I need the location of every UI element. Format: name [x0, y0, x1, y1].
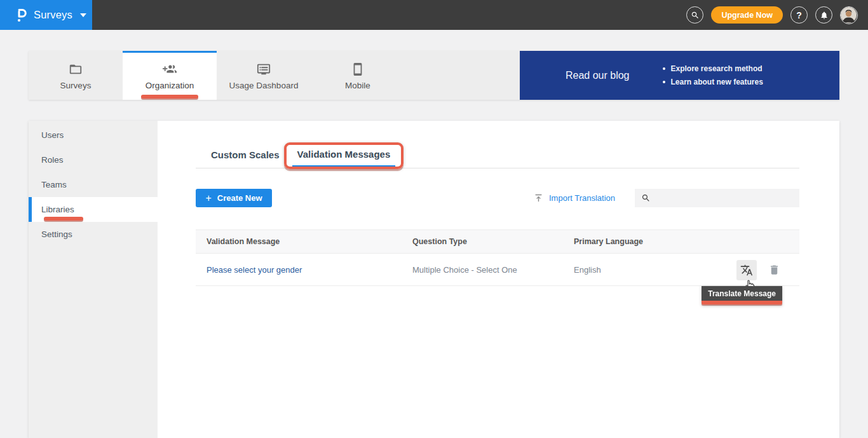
group-add-icon	[163, 62, 177, 76]
banner-bullet-text: Explore research method	[671, 64, 763, 73]
toolbar: + Create New Import Translation	[196, 189, 799, 207]
create-new-label: Create New	[217, 193, 262, 203]
translate-icon	[740, 264, 753, 277]
upgrade-now-button[interactable]: Upgrade Now	[711, 6, 783, 24]
tab-label: Organization	[146, 81, 194, 90]
folder-icon	[69, 62, 83, 76]
search-button[interactable]	[686, 6, 703, 24]
banner-title: Read our blog	[566, 70, 630, 81]
avatar-photo	[841, 7, 857, 23]
table-header-row: Validation Message Question Type Primary…	[196, 229, 799, 254]
organization-sidebar: Users Roles Teams Libraries Settings	[29, 121, 158, 438]
annotation-underline-tooltip	[702, 301, 782, 305]
questionpro-logo-icon	[15, 7, 27, 23]
banner-bullet: Learn about new features	[663, 78, 763, 86]
library-subtabs: Custom Scales Validation Messages	[196, 147, 799, 168]
topbar: Surveys Upgrade Now ?	[0, 0, 868, 30]
bullet-dot-icon	[663, 81, 665, 83]
libraries-content: Custom Scales Validation Messages + Crea…	[158, 121, 839, 438]
sidebar-item-label: Settings	[41, 229, 72, 239]
annotation-underline-organization	[141, 95, 198, 99]
product-switcher[interactable]: Surveys	[0, 0, 92, 30]
question-type-cell: Multiple Choice - Select One	[412, 265, 574, 275]
tab-usage-dashboard[interactable]: Usage Dashboard	[217, 51, 311, 100]
search-input[interactable]	[651, 189, 799, 207]
annotation-underline-libraries	[44, 217, 83, 221]
column-header-primary-language: Primary Language	[574, 237, 799, 246]
tab-mobile[interactable]: Mobile	[311, 51, 405, 100]
mobile-icon	[351, 62, 365, 76]
banner-bullet-list: Explore research method Learn about new …	[663, 64, 763, 86]
search-icon	[641, 193, 651, 203]
sidebar-item-roles[interactable]: Roles	[29, 147, 158, 172]
sidebar-item-libraries[interactable]: Libraries	[29, 197, 158, 222]
module-tabstrip: Surveys Organization Usage Dashboard Mob…	[29, 51, 839, 100]
sidebar-item-users[interactable]: Users	[29, 123, 158, 147]
banner-bullet: Explore research method	[663, 64, 763, 73]
delete-button[interactable]	[768, 264, 780, 276]
blog-banner[interactable]: Read our blog Explore research method Le…	[520, 51, 839, 100]
plus-icon: +	[205, 193, 211, 204]
bullet-dot-icon	[663, 67, 665, 70]
sidebar-item-label: Roles	[41, 155, 64, 165]
sidebar-item-label: Libraries	[41, 205, 74, 214]
tab-organization[interactable]: Organization	[123, 51, 217, 100]
main-panel: Users Roles Teams Libraries Settings Cus…	[29, 121, 839, 438]
table-row: Please select your gender Multiple Choic…	[196, 254, 799, 286]
sidebar-item-teams[interactable]: Teams	[29, 172, 158, 197]
table-search	[635, 189, 799, 207]
question-mark-icon: ?	[796, 10, 802, 20]
tab-label: Mobile	[345, 81, 370, 90]
sidebar-item-settings[interactable]: Settings	[29, 222, 158, 247]
tooltip-translate-message: Translate Message	[702, 286, 782, 305]
product-name: Surveys	[34, 9, 72, 21]
module-tabs: Surveys Organization Usage Dashboard Mob…	[29, 51, 520, 100]
import-translation-label: Import Translation	[549, 193, 615, 203]
tooltip-text: Translate Message	[702, 286, 782, 301]
bell-icon	[820, 11, 829, 20]
sidebar-item-label: Teams	[41, 180, 67, 189]
validation-messages-table: Validation Message Question Type Primary…	[196, 229, 799, 286]
chevron-down-icon	[80, 13, 86, 17]
sidebar-item-label: Users	[41, 130, 64, 140]
create-new-button[interactable]: + Create New	[196, 189, 272, 207]
tab-label: Surveys	[60, 81, 92, 90]
notifications-button[interactable]	[815, 6, 832, 24]
user-avatar[interactable]	[840, 6, 858, 24]
tab-validation-messages[interactable]: Validation Messages	[292, 149, 396, 168]
search-icon	[691, 11, 700, 20]
tab-custom-scales[interactable]: Custom Scales	[211, 149, 280, 168]
topbar-actions: Upgrade Now ?	[686, 0, 858, 30]
dashboard-icon	[257, 62, 271, 76]
banner-bullet-text: Learn about new features	[671, 78, 763, 86]
tab-label: Usage Dashboard	[229, 81, 299, 90]
help-button[interactable]: ?	[790, 6, 808, 24]
column-header-validation-message: Validation Message	[196, 237, 412, 246]
import-translation-link[interactable]: Import Translation	[534, 189, 615, 207]
tab-label: Validation Messages	[297, 149, 391, 160]
validation-message-link[interactable]: Please select your gender	[207, 265, 302, 275]
trash-icon	[768, 264, 780, 276]
tab-surveys[interactable]: Surveys	[29, 51, 123, 100]
upload-icon	[534, 193, 543, 203]
column-header-question-type: Question Type	[412, 237, 574, 246]
